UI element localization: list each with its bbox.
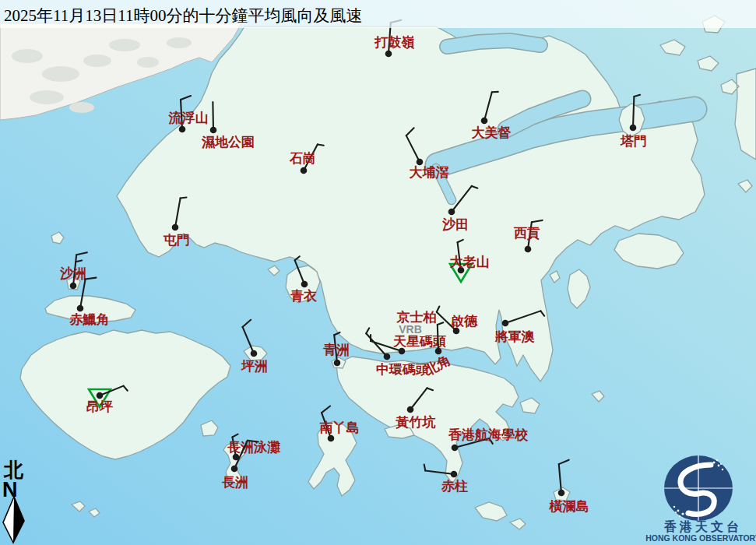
station-dot [334,360,341,367]
station-dot [77,305,84,312]
compass-north-letter: N [2,478,18,501]
compass-north-cjk-label: 北 [3,459,24,480]
station-dot [301,281,308,288]
station-dot [448,209,455,216]
station-dot [210,127,217,134]
starling-inlet-water [447,40,540,47]
station-label: 南丫島 [320,420,360,435]
station-dot [172,224,179,231]
station-dot [385,51,392,58]
station-label: 黃竹坑 [396,414,436,430]
hko-name-chinese: 香港天文台 [663,519,742,533]
station-label: 屯門 [163,233,190,248]
station-dot [328,435,335,442]
station-dot [251,350,258,357]
wind-barb [438,325,438,351]
station-dot [525,246,532,253]
station-dot [231,466,238,473]
station-label: 中環碼頭 [376,362,429,377]
station-label: 濕地公園 [201,135,255,149]
station-dot [451,471,458,478]
wind-barb [213,102,213,130]
station-dot [481,118,488,125]
station-dot [97,392,104,399]
station-label: 青洲 [323,343,350,357]
station-label: 赤柱 [441,479,468,494]
station-dot [630,125,637,132]
station-dot [301,167,308,174]
station-dot [452,445,459,452]
wind-barb [633,97,634,128]
station-label: 西貢 [513,226,540,241]
station-dot [558,490,565,497]
station-dot [417,159,424,166]
station-label: 沙洲 [59,266,86,281]
station-label: 將軍澳 [494,329,536,344]
station-label: 赤鱲角 [69,312,110,327]
station-label: 沙田 [441,217,469,232]
station-label: 大美督 [472,125,512,140]
station-label: 流浮山 [168,111,209,125]
station-label: 啟德 [450,314,478,329]
wind-barb [181,197,187,198]
hko-wind-map-page: 打鼓嶺流浮山濕地公園石崗大美督塔門大埔滘沙田西貢大老山屯門沙洲赤鱲角青衣坪洲昂坪… [0,0,756,545]
station-label: 大埔滘 [410,165,449,180]
station-label: 石崗 [289,151,316,166]
station-dot [435,348,442,355]
title-bar: 2025年11月13日11時00分的十分鐘平均風向及風速 [0,0,756,28]
map-title: 2025年11月13日11時00分的十分鐘平均風向及風速 [4,6,362,25]
wind-barb [424,465,426,471]
hk-wind-map: 打鼓嶺流浮山濕地公園石崗大美督塔門大埔滘沙田西貢大老山屯門沙洲赤鱲角青衣坪洲昂坪… [0,0,756,545]
station-dot [384,353,391,360]
station-label: 昂坪 [86,399,113,414]
station-label: 橫瀾島 [549,499,589,514]
station-label: 塔門 [620,134,647,149]
station-dot [179,126,186,133]
hko-name-english: HONG KONG OBSERVATORY [645,533,756,543]
station-label: 長洲 [222,475,248,490]
station-dot [407,406,414,413]
station-label: 京士柏 [396,310,437,325]
station-label: 大老山 [450,255,490,269]
station-label: 打鼓嶺 [374,35,415,50]
station-label: 坪洲 [241,359,268,374]
vrb-label: VRB [399,323,422,336]
station-dot [502,320,509,327]
station-label: 香港航海學校 [448,427,529,442]
station-dot [70,283,77,290]
wind-barb [318,144,324,145]
station-label: 青衣 [290,289,318,304]
